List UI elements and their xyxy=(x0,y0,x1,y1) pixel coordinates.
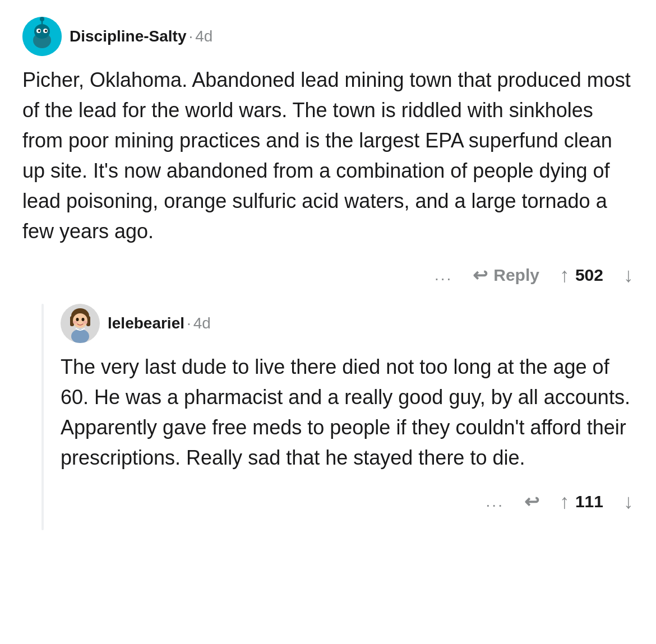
svg-point-7 xyxy=(38,30,40,32)
reply-comment-header: lelebeariel · 4d xyxy=(61,304,634,343)
svg-point-8 xyxy=(45,30,47,32)
svg-point-17 xyxy=(83,321,87,324)
reply-timestamp: 4d xyxy=(193,314,211,332)
main-comment-body: Picher, Oklahoma. Abandoned lead mining … xyxy=(22,65,634,247)
reply-comment-body: The very last dude to live there died no… xyxy=(61,352,634,473)
reply-downvote-icon: ↓ xyxy=(623,490,634,513)
main-comment: Discipline-Salty · 4d Picher, Oklahoma. … xyxy=(22,17,634,293)
reply-reply-button[interactable]: ↩ xyxy=(524,491,539,512)
main-comment-header: Discipline-Salty · 4d xyxy=(22,17,634,56)
main-vote-count: 502 xyxy=(575,266,603,285)
reply-comment-actions: ... ↩ ↑ 111 ↓ xyxy=(61,484,634,519)
reply-upvote-button[interactable]: ↑ 111 xyxy=(560,490,603,513)
main-username: Discipline-Salty xyxy=(70,27,187,45)
reply-comment: lelebeariel · 4d The very last dude to l… xyxy=(61,304,634,519)
main-timestamp: 4d xyxy=(195,27,212,45)
main-downvote-button[interactable]: ↓ xyxy=(623,263,634,287)
svg-point-16 xyxy=(73,321,77,324)
svg-point-15 xyxy=(82,318,85,321)
downvote-icon: ↓ xyxy=(623,263,634,287)
main-comment-actions: ... ↩ Reply ↑ 502 ↓ xyxy=(22,258,634,293)
reply-vote-count: 111 xyxy=(575,492,603,511)
reply-container: lelebeariel · 4d The very last dude to l… xyxy=(22,304,634,530)
svg-point-14 xyxy=(76,318,79,321)
main-upvote-button[interactable]: ↑ 502 xyxy=(560,263,603,287)
svg-point-13 xyxy=(73,313,87,328)
reply-downvote-button[interactable]: ↓ xyxy=(623,490,634,513)
reply-label: Reply xyxy=(493,266,539,285)
upvote-icon: ↑ xyxy=(560,263,570,287)
main-more-options[interactable]: ... xyxy=(435,266,452,284)
reply-reply-icon: ↩ xyxy=(524,491,539,512)
reply-user-avatar xyxy=(61,304,100,343)
reply-thread-line xyxy=(41,304,44,530)
svg-point-4 xyxy=(40,17,44,21)
reply-comment-meta: lelebeariel · 4d xyxy=(108,314,211,332)
main-comment-meta: Discipline-Salty · 4d xyxy=(70,27,212,45)
main-user-avatar xyxy=(22,17,62,56)
reply-more-options[interactable]: ... xyxy=(486,493,504,511)
svg-point-18 xyxy=(71,329,89,343)
reply-icon: ↩ xyxy=(473,265,488,286)
reply-upvote-icon: ↑ xyxy=(560,490,570,513)
main-reply-button[interactable]: ↩ Reply xyxy=(473,265,539,286)
reply-content: lelebeariel · 4d The very last dude to l… xyxy=(61,304,634,530)
reply-username: lelebeariel xyxy=(108,314,184,332)
